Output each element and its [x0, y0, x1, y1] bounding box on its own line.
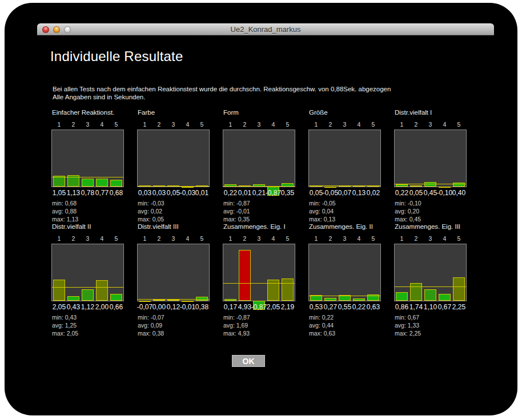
column-header: 2	[329, 121, 332, 128]
avg-line	[138, 186, 209, 187]
window-titlebar[interactable]: Ue2_Konrad_markus	[37, 23, 494, 35]
chart-title: Distr.vielfalt II	[52, 223, 91, 230]
stat-avg: avg: 0,88	[52, 208, 77, 215]
chart-title: Distr.vielfalt III	[138, 223, 179, 230]
value-label: 2,19	[281, 303, 294, 311]
value-label: -0,07	[137, 303, 152, 311]
chart-values-row: 2,050,431,122,000,66	[52, 303, 123, 310]
chart-title: Zusammenges. Eig. III	[395, 223, 460, 230]
stat-avg: avg: -0,01	[223, 208, 250, 215]
value-label: 0,05	[409, 189, 423, 197]
column-header: 3	[172, 121, 175, 128]
chart-cell: Farbe 12345 0,030,030,05-0,030,01 min: -…	[137, 109, 223, 222]
column-header: 1	[229, 121, 232, 128]
value-label: -0,01	[180, 303, 195, 311]
chart-cell: Größe 12345 0,05-0,050,070,130,02 min: -…	[308, 109, 394, 222]
stat-max: max: 0,13	[309, 216, 335, 223]
bar	[139, 301, 151, 302]
chart-cell: Distr.vielfalt III 12345 -0,070,000,12-0…	[137, 223, 223, 336]
value-label: 1,74	[409, 303, 423, 311]
avg-line	[395, 286, 466, 287]
stat-max: max: 0,63	[309, 330, 335, 337]
column-header: 5	[372, 121, 375, 128]
stat-max: max: 0,05	[138, 216, 164, 223]
column-header: 5	[286, 121, 290, 128]
column-header: 5	[200, 121, 204, 128]
value-label: 0,67	[438, 303, 451, 311]
chart-cell: Form 12345 0,220,010,21-0,870,35 min: -0…	[223, 109, 308, 222]
window-title: Ue2_Konrad_markus	[37, 25, 494, 34]
column-header: 3	[86, 121, 90, 128]
value-label: 0,05	[167, 189, 180, 197]
bar	[282, 278, 294, 301]
column-header: 2	[72, 121, 75, 128]
chart-column-headers: 12345	[309, 235, 380, 242]
stat-max: max: 2,25	[395, 330, 421, 337]
column-header: 2	[158, 235, 161, 242]
column-header: 4	[443, 235, 447, 242]
column-header: 2	[415, 121, 418, 128]
value-label: 0,63	[367, 303, 380, 311]
column-header: 3	[343, 121, 347, 128]
bar	[396, 292, 408, 301]
chart-values-row: 0,030,030,05-0,030,01	[138, 189, 209, 196]
value-label: 0,00	[152, 303, 166, 311]
value-label: 0,77	[95, 189, 109, 197]
charts-grid: Einfacher Reaktionst. 12345 1,051,130,78…	[51, 109, 485, 337]
chart-plot-area	[51, 244, 124, 301]
column-header: 4	[101, 235, 104, 242]
chart-title: Farbe	[138, 109, 155, 116]
value-label: 0,03	[138, 189, 151, 197]
value-label: -0,03	[180, 189, 195, 197]
column-header: 3	[429, 235, 432, 242]
column-header: 4	[101, 121, 104, 128]
value-label: 0,45	[424, 189, 437, 197]
column-header: 3	[172, 235, 175, 242]
avg-line	[52, 287, 123, 288]
chart-values-row: 1,051,130,780,770,68	[52, 189, 123, 196]
value-label: 0,21	[252, 189, 266, 197]
ok-button[interactable]: OK	[232, 355, 265, 367]
chart-cell: Zusammenges. Eig. III 12345 0,861,741,10…	[394, 223, 480, 336]
stat-avg: avg: 0,44	[309, 322, 334, 329]
column-header: 1	[143, 235, 147, 242]
bar	[182, 187, 194, 188]
stat-avg: avg: 0,09	[138, 322, 162, 329]
bar	[424, 289, 436, 301]
value-label: 0,17	[224, 303, 237, 311]
avg-line	[223, 186, 295, 187]
column-header: 5	[115, 121, 118, 128]
column-header: 5	[457, 121, 461, 128]
value-label: -0,10	[437, 189, 452, 197]
value-label: 1,10	[424, 303, 437, 311]
chart-column-headers: 12345	[52, 121, 123, 128]
column-header: 4	[272, 121, 275, 128]
column-header: 4	[186, 121, 190, 128]
column-header: 1	[400, 121, 404, 128]
value-label: 0,22	[395, 189, 408, 197]
stat-avg: avg: 0,02	[138, 208, 162, 215]
chart-cell: Zusammenges. Eig. II 12345 0,530,270,550…	[308, 223, 394, 336]
chart-plot-area	[394, 244, 467, 301]
stat-min: min: 0,22	[309, 314, 334, 321]
stat-max: max: 0,45	[395, 216, 421, 223]
chart-column-headers: 12345	[138, 121, 209, 128]
value-label: 0,01	[195, 189, 208, 197]
value-label: 1,13	[67, 189, 80, 197]
value-label: -0,05	[323, 189, 338, 197]
column-header: 4	[186, 235, 190, 242]
value-label: 0,22	[224, 189, 237, 197]
chart-values-row: 0,530,270,550,220,63	[309, 303, 380, 310]
value-label: 0,12	[167, 303, 180, 311]
bar	[82, 289, 94, 301]
chart-values-row: 0,220,010,21-0,870,35	[223, 189, 295, 196]
value-label: 0,38	[195, 303, 208, 311]
value-label: 1,05	[53, 189, 66, 197]
bar	[224, 299, 236, 301]
stat-avg: avg: 1,33	[395, 322, 419, 329]
stat-min: min: -0,07	[138, 314, 164, 321]
column-header: 3	[258, 121, 261, 128]
value-label: 1,12	[81, 303, 94, 311]
column-header: 1	[229, 235, 232, 242]
value-label: 2,00	[95, 303, 109, 311]
